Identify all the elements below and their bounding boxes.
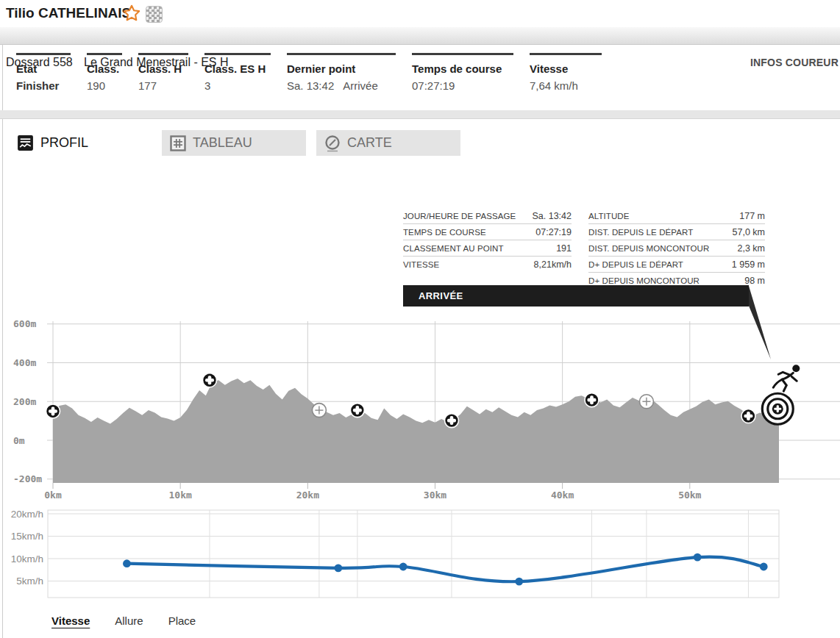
tab-tableau[interactable]: TABLEAU <box>162 130 306 156</box>
speed-point[interactable] <box>760 563 768 571</box>
speed-y-tick-label: 10km/h <box>11 553 43 564</box>
tooltip-pointer <box>749 286 771 359</box>
speed-chart-frame <box>48 510 779 598</box>
elev-y-tick-label: 0m <box>13 435 25 446</box>
stat-class-es-h: Class. ES H 3 <box>204 53 271 93</box>
metric-tab-place[interactable]: Place <box>168 614 196 627</box>
speed-y-tick-label: 15km/h <box>11 531 43 542</box>
stats-bar: Etat Finisher Class. 190 Class. H 177 Cl… <box>16 53 618 93</box>
charts-canvas[interactable]: 600m400m200m0m-200m0km10km20km30km40km50… <box>0 0 840 638</box>
runner-header: Tilio CATHELINAIS <box>0 0 840 27</box>
elev-y-tick-label: 200m <box>13 396 36 407</box>
runner-name: Tilio CATHELINAIS <box>6 5 131 21</box>
tab-profil[interactable]: PROFIL <box>16 130 88 156</box>
favorite-star-icon[interactable] <box>122 4 141 23</box>
elev-x-tick-label: 50km <box>678 490 701 501</box>
table-row: TEMPS DE COURSE07:27:19 <box>403 224 572 240</box>
speed-point[interactable] <box>694 553 702 562</box>
speed-y-tick-label: 5km/h <box>16 576 43 587</box>
elevation-area[interactable] <box>53 379 779 483</box>
speed-point[interactable] <box>399 563 407 571</box>
table-row: DIST. DEPUIS MONCONTOUR2,3 km <box>588 240 765 257</box>
metric-tabs: Vitesse Allure Place <box>51 614 196 627</box>
finish-marker[interactable] <box>762 393 793 424</box>
speed-point[interactable] <box>515 578 523 586</box>
speed-point[interactable] <box>334 564 342 572</box>
metric-tab-vitesse[interactable]: Vitesse <box>51 614 90 627</box>
infos-coureur-link[interactable]: INFOS COUREUR <box>750 57 839 68</box>
stat-class-h: Class. H 177 <box>138 53 188 93</box>
runner-info-page: 600m400m200m0m-200m0km10km20km30km40km50… <box>0 0 840 638</box>
checkpoint-marker-timed[interactable] <box>444 414 458 428</box>
speed-point[interactable] <box>123 559 131 567</box>
profile-chart-icon <box>16 134 35 152</box>
passage-info-table: JOUR/HEURE DE PASSAGESa. 13:42 TEMPS DE … <box>403 208 572 272</box>
view-tabs: PROFIL TABLEAU C <box>16 130 471 156</box>
checkered-flag-icon[interactable] <box>146 6 163 23</box>
tab-carte[interactable]: CARTE <box>316 130 460 156</box>
table-row: CLASSEMENT AU POINT191 <box>403 240 572 257</box>
elev-x-tick-label: 30km <box>424 490 446 501</box>
runner-subheader: Dossard 558 Le Grand Menestrail - ES H I… <box>0 27 840 45</box>
checkpoint-marker-timed[interactable] <box>741 409 755 423</box>
stat-class: Class. 190 <box>87 53 122 93</box>
table-row: JOUR/HEURE DE PASSAGESa. 13:42 <box>403 208 572 224</box>
panel-left-border <box>2 44 3 638</box>
checkpoint-marker-timed[interactable] <box>350 404 364 417</box>
checkpoint-marker-timed[interactable] <box>585 393 599 407</box>
speed-y-tick-label: 20km/h <box>11 509 43 520</box>
elev-y-tick-label: -200m <box>13 473 42 484</box>
table-row: DIST. DEPUIS LE DÉPART57,0 km <box>588 224 765 240</box>
table-row: D+ DEPUIS LE DÉPART1 959 m <box>588 257 765 273</box>
elev-y-tick-label: 600m <box>13 318 36 329</box>
table-grid-icon <box>169 135 187 152</box>
checkpoint-banner: ARRIVÉE <box>403 285 749 307</box>
elev-x-tick-label: 20km <box>296 490 319 501</box>
stat-etat: Etat Finisher <box>16 53 71 93</box>
elev-x-tick-label: 0km <box>44 490 62 501</box>
stat-temps-de-course: Temps de course 07:27:19 <box>412 53 513 93</box>
checkpoint-marker-waypoint[interactable] <box>639 395 653 409</box>
distance-info-table: ALTITUDE177 m DIST. DEPUIS LE DÉPART57,0… <box>588 208 765 288</box>
runner-icon <box>773 365 800 391</box>
table-row: ALTITUDE177 m <box>588 208 765 224</box>
compass-map-icon <box>324 135 341 152</box>
table-row: VITESSE8,21km/h <box>403 257 572 272</box>
separator-band <box>0 110 840 119</box>
elev-x-tick-label: 40km <box>551 490 574 501</box>
checkpoint-marker-timed[interactable] <box>202 373 216 387</box>
metric-tab-allure[interactable]: Allure <box>115 614 143 627</box>
speed-line[interactable] <box>127 557 764 582</box>
elev-x-tick-label: 10km <box>169 490 192 501</box>
elev-y-tick-label: 400m <box>13 357 36 368</box>
checkpoint-marker-timed[interactable] <box>46 404 60 418</box>
stat-vitesse: Vitesse 7,64 km/h <box>530 53 602 93</box>
checkpoint-marker-waypoint[interactable] <box>312 404 326 417</box>
stat-dernier-point: Dernier point Sa. 13:42Arrivée <box>287 53 396 93</box>
